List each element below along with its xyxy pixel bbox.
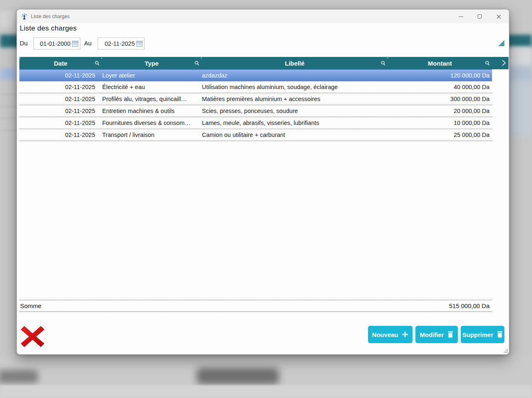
page-title: Liste des charges xyxy=(20,24,77,33)
column-resize-grip[interactable] xyxy=(19,57,21,61)
background-blur-blob xyxy=(509,66,532,83)
search-icon[interactable] xyxy=(95,61,100,66)
column-resize-grip[interactable] xyxy=(201,57,202,61)
filter-expand-triangle[interactable] xyxy=(498,40,504,46)
somme-label: Somme xyxy=(19,302,449,309)
column-header-type[interactable]: Type xyxy=(102,57,202,69)
date-filter-row: Du 01-01-2000 Au 02-11-2025 xyxy=(17,38,509,50)
table-row[interactable]: 02-11-2025 Fournitures diverses & consom… xyxy=(19,117,492,129)
scroll-right-icon[interactable] xyxy=(502,60,506,66)
liste-des-charges-window: Liste des charges Liste des charges Du 0… xyxy=(16,9,509,355)
supprimer-button[interactable]: Supprimer xyxy=(461,326,504,343)
column-header-date[interactable]: Date xyxy=(19,57,102,69)
summary-row: Somme 515 000,00 Da xyxy=(19,300,492,312)
minimize-button[interactable] xyxy=(451,9,470,24)
search-icon[interactable] xyxy=(381,61,386,66)
background-row-line xyxy=(0,118,16,119)
modifier-button[interactable]: Modifier xyxy=(415,326,458,343)
grid-header: Date Type Libellé xyxy=(19,57,509,69)
background-blur-blob xyxy=(0,12,15,27)
grid-body: 02-11-2025 Loyer atelier azdazdaz 120 00… xyxy=(19,69,492,312)
column-resize-grip[interactable] xyxy=(101,57,103,61)
calendar-icon[interactable] xyxy=(136,40,143,47)
du-label: Du xyxy=(20,40,28,47)
charges-grid: Date Type Libellé xyxy=(19,57,509,312)
window-title: Liste des charges xyxy=(31,14,70,19)
somme-value: 515 000,00 Da xyxy=(449,302,492,309)
app-icon xyxy=(21,13,28,20)
table-row[interactable]: 02-11-2025 Loyer atelier azdazdaz 120 00… xyxy=(19,69,492,81)
au-label: Au xyxy=(84,40,91,47)
column-header-montant[interactable]: Montant xyxy=(388,57,492,69)
date-to-value: 02-11-2025 xyxy=(105,40,135,47)
trash-icon xyxy=(497,331,503,338)
cancel-x-button[interactable] xyxy=(20,325,45,349)
background-row-line xyxy=(0,94,16,95)
calendar-icon[interactable] xyxy=(72,40,78,47)
background-row-line xyxy=(0,130,16,131)
table-row[interactable]: 02-11-2025 Profilés alu, vitrages, quinc… xyxy=(19,93,492,105)
column-header-libelle[interactable]: Libellé xyxy=(202,57,388,69)
search-icon[interactable] xyxy=(195,61,199,66)
background-blur-blob xyxy=(509,47,532,68)
screen: Liste des charges Liste des charges Du 0… xyxy=(0,0,532,398)
date-from-input[interactable]: 01-01-2000 xyxy=(33,38,80,49)
plus-icon xyxy=(402,331,408,338)
date-to-input[interactable]: 02-11-2025 xyxy=(98,38,145,49)
trash-icon xyxy=(448,331,453,338)
nouveau-button[interactable]: Nouveau xyxy=(368,326,412,343)
date-from-value: 01-01-2000 xyxy=(40,40,70,47)
background-blur-text xyxy=(197,368,279,384)
background-blur-blob xyxy=(0,68,16,79)
maximize-icon xyxy=(478,14,482,19)
header-extra-space xyxy=(492,57,509,69)
background-bottom-strip xyxy=(0,385,532,398)
titlebar[interactable]: Liste des charges xyxy=(17,9,509,24)
search-icon[interactable] xyxy=(485,61,490,66)
background-blur-text xyxy=(0,370,38,383)
table-row[interactable]: 02-11-2025 Entretien machines & outils S… xyxy=(19,105,492,117)
background-blur-blob xyxy=(509,82,532,135)
grid-empty-area xyxy=(19,141,492,300)
table-row[interactable]: 02-11-2025 Électricité + eau Utilisation… xyxy=(19,81,492,93)
column-resize-grip[interactable] xyxy=(387,57,389,61)
maximize-button[interactable] xyxy=(470,9,489,24)
close-button[interactable] xyxy=(489,9,508,24)
close-icon xyxy=(497,14,501,19)
window-resize-grip[interactable] xyxy=(504,349,508,353)
minimize-icon xyxy=(459,16,463,17)
table-row[interactable]: 02-11-2025 Transport / livraison Camion … xyxy=(19,129,492,141)
background-row-line xyxy=(0,106,16,107)
